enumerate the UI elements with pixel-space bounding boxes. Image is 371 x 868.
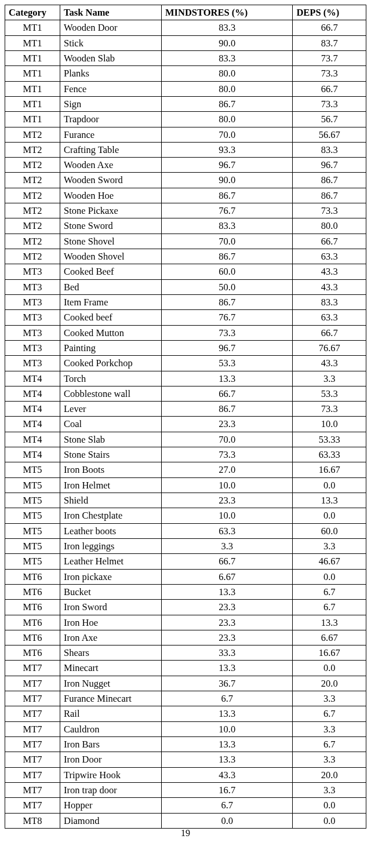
table-row: MT3Cooked beef76.763.3: [5, 310, 366, 325]
table-row: MT5Leather Helmet66.746.67: [5, 554, 366, 569]
cell-mindstores: 76.7: [162, 203, 293, 218]
cell-mindstores: 66.7: [162, 554, 293, 569]
cell-mindstores: 10.0: [162, 477, 293, 493]
cell-category: MT3: [5, 279, 60, 294]
cell-category: MT7: [5, 798, 60, 813]
table-row: MT2Stone Pickaxe76.773.3: [5, 203, 366, 218]
cell-mindstores: 23.3: [162, 417, 293, 432]
cell-task: Iron pickaxe: [60, 569, 162, 584]
cell-task: Iron Chestplate: [60, 508, 162, 523]
cell-task: Planks: [60, 66, 162, 81]
cell-deps: 3.3: [293, 721, 366, 736]
cell-mindstores: 80.0: [162, 112, 293, 127]
cell-task: Wooden Hoe: [60, 188, 162, 203]
table-row: MT1Wooden Door83.366.7: [5, 20, 366, 35]
cell-mindstores: 13.3: [162, 737, 293, 752]
cell-deps: 6.7: [293, 600, 366, 615]
cell-mindstores: 96.7: [162, 158, 293, 173]
cell-task: Cauldron: [60, 721, 162, 736]
table-row: MT3Item Frame86.783.3: [5, 294, 366, 309]
cell-category: MT5: [5, 523, 60, 538]
table-row: MT2Stone Shovel70.066.7: [5, 234, 366, 249]
cell-category: MT5: [5, 554, 60, 569]
cell-category: MT6: [5, 600, 60, 615]
cell-deps: 0.0: [293, 569, 366, 584]
cell-task: Cooked Mutton: [60, 325, 162, 340]
cell-task: Wooden Slab: [60, 50, 162, 65]
cell-deps: 76.67: [293, 340, 366, 355]
cell-deps: 73.3: [293, 203, 366, 218]
table-row: MT1Wooden Slab83.373.7: [5, 50, 366, 65]
cell-deps: 63.3: [293, 249, 366, 264]
table-row: MT6Bucket13.36.7: [5, 584, 366, 599]
table-row: MT2Stone Sword83.380.0: [5, 218, 366, 234]
cell-category: MT3: [5, 294, 60, 309]
table-row: MT3Cooked Beef60.043.3: [5, 264, 366, 279]
cell-mindstores: 63.3: [162, 523, 293, 538]
table-row: MT7Furance Minecart6.73.3: [5, 691, 366, 706]
cell-deps: 63.3: [293, 310, 366, 325]
cell-category: MT4: [5, 402, 60, 417]
cell-task: Sign: [60, 96, 162, 111]
cell-deps: 3.3: [293, 538, 366, 553]
cell-mindstores: 86.7: [162, 249, 293, 264]
cell-deps: 66.7: [293, 234, 366, 249]
cell-category: MT2: [5, 173, 60, 188]
cell-deps: 43.3: [293, 356, 366, 371]
cell-mindstores: 27.0: [162, 462, 293, 477]
cell-category: MT7: [5, 661, 60, 676]
cell-mindstores: 13.3: [162, 584, 293, 599]
cell-deps: 3.3: [293, 782, 366, 797]
table-row: MT4Stone Slab70.053.33: [5, 432, 366, 447]
cell-mindstores: 36.7: [162, 676, 293, 691]
table-row: MT4Torch13.33.3: [5, 371, 366, 386]
cell-task: Wooden Door: [60, 20, 162, 35]
page-number: 19: [5, 828, 366, 838]
cell-mindstores: 86.7: [162, 96, 293, 111]
cell-category: MT5: [5, 493, 60, 508]
cell-deps: 20.0: [293, 767, 366, 782]
table-row: MT7Tripwire Hook43.320.0: [5, 767, 366, 782]
table-row: MT6Iron Hoe23.313.3: [5, 615, 366, 630]
cell-deps: 83.7: [293, 35, 366, 50]
table-row: MT4Coal23.310.0: [5, 417, 366, 432]
cell-deps: 10.0: [293, 417, 366, 432]
cell-category: MT5: [5, 508, 60, 523]
cell-deps: 20.0: [293, 676, 366, 691]
cell-mindstores: 90.0: [162, 173, 293, 188]
cell-task: Hopper: [60, 798, 162, 813]
cell-deps: 66.7: [293, 81, 366, 96]
cell-deps: 43.3: [293, 279, 366, 294]
cell-category: MT2: [5, 203, 60, 218]
cell-deps: 83.3: [293, 142, 366, 157]
table-row: MT4Stone Stairs73.363.33: [5, 447, 366, 462]
table-body: MT1Wooden Door83.366.7MT1Stick90.083.7MT…: [5, 20, 366, 829]
table-row: MT1Fence80.066.7: [5, 81, 366, 96]
cell-mindstores: 70.0: [162, 234, 293, 249]
results-table: Category Task Name MINDSTORES (%) DEPS (…: [5, 5, 366, 829]
cell-category: MT2: [5, 142, 60, 157]
cell-deps: 0.0: [293, 798, 366, 813]
cell-mindstores: 86.7: [162, 402, 293, 417]
table-row: MT7Hopper6.70.0: [5, 798, 366, 813]
cell-category: MT8: [5, 813, 60, 828]
cell-deps: 66.7: [293, 20, 366, 35]
cell-mindstores: 60.0: [162, 264, 293, 279]
cell-category: MT3: [5, 310, 60, 325]
table-row: MT5Iron Boots27.016.67: [5, 462, 366, 477]
table-row: MT7Rail13.36.7: [5, 706, 366, 721]
cell-mindstores: 10.0: [162, 721, 293, 736]
table-row: MT7Iron Nugget36.720.0: [5, 676, 366, 691]
cell-deps: 86.7: [293, 173, 366, 188]
table-row: MT6Shears33.316.67: [5, 645, 366, 661]
cell-deps: 73.7: [293, 50, 366, 65]
cell-category: MT2: [5, 234, 60, 249]
cell-category: MT2: [5, 188, 60, 203]
cell-category: MT4: [5, 417, 60, 432]
cell-category: MT7: [5, 676, 60, 691]
table-row: MT1Stick90.083.7: [5, 35, 366, 50]
cell-category: MT6: [5, 645, 60, 661]
cell-deps: 73.3: [293, 402, 366, 417]
cell-deps: 16.67: [293, 645, 366, 661]
cell-mindstores: 53.3: [162, 356, 293, 371]
